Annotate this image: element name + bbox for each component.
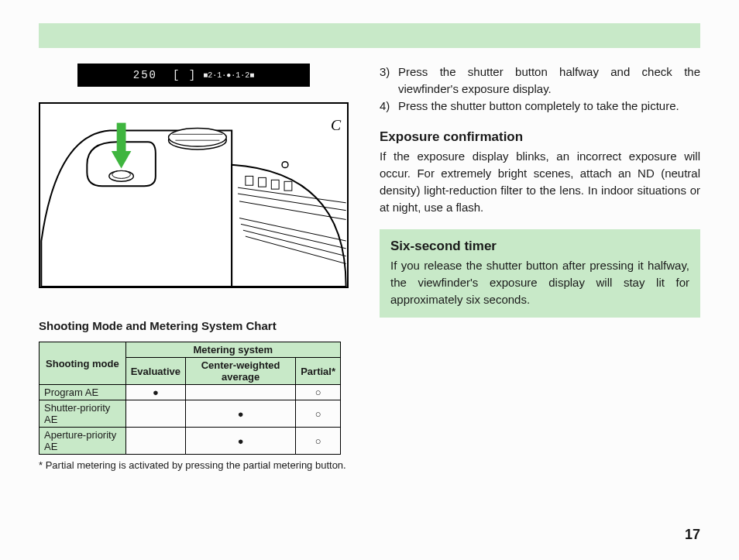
metering-chart-table: Shooting mode Metering system Evaluative… — [39, 342, 341, 455]
step-number: 4) — [380, 98, 398, 115]
step-text: Press the shutter button completely to t… — [398, 98, 700, 115]
chart-footnote: * Partial metering is activated by press… — [39, 459, 349, 472]
six-second-timer-block: Six-second timer If you release the shut… — [380, 229, 700, 317]
left-column: 250 [ ] ■2·1·●·1·2■ — [39, 64, 349, 472]
table-cell — [125, 400, 185, 428]
timer-body-text: If you release the shutter button after … — [390, 257, 689, 307]
lcd-aperture-value: [ ] — [173, 69, 197, 81]
svg-point-3 — [169, 128, 227, 146]
header-banner — [39, 23, 700, 48]
svg-rect-5 — [246, 176, 253, 185]
svg-rect-8 — [284, 181, 292, 191]
table-cell: ○ — [296, 428, 341, 455]
table-col-partial: Partial* — [296, 358, 341, 385]
right-column: 3) Press the shutter button halfway and … — [380, 64, 700, 472]
table-cell: ○ — [296, 400, 341, 428]
table-col-centerweighted: Center-weighted average — [185, 358, 295, 385]
list-item: 4) Press the shutter button completely t… — [380, 98, 700, 115]
camera-illustration: C — [39, 102, 349, 288]
table-cell: ● — [125, 385, 185, 400]
chart-title: Shooting Mode and Metering System Chart — [39, 319, 349, 332]
svg-rect-1 — [117, 123, 126, 153]
lcd-exposure-scale: ■2·1·●·1·2■ — [203, 71, 254, 80]
svg-point-0 — [112, 171, 131, 179]
table-row: Shutter-priority AE ● ○ — [40, 400, 341, 428]
step-text: Press the shutter button halfway and che… — [398, 64, 700, 98]
svg-rect-7 — [271, 180, 279, 189]
table-cell — [125, 428, 185, 455]
table-cell — [185, 385, 295, 400]
table-cell: ● — [185, 428, 295, 455]
svg-rect-6 — [259, 177, 266, 187]
timer-heading: Six-second timer — [390, 239, 689, 254]
step-list: 3) Press the shutter button halfway and … — [380, 64, 700, 114]
table-row: Program AE ● ○ — [40, 385, 341, 400]
table-header-metering: Metering system — [125, 342, 340, 358]
viewfinder-lcd-display: 250 [ ] ■2·1·●·1·2■ — [77, 64, 310, 87]
table-header-mode: Shooting mode — [40, 342, 126, 385]
exposure-heading: Exposure confirmation — [380, 129, 700, 145]
svg-point-4 — [282, 162, 288, 168]
camera-line-art: C — [40, 104, 347, 287]
page-number: 17 — [685, 527, 700, 543]
list-item: 3) Press the shutter button halfway and … — [380, 64, 700, 98]
table-cell: ○ — [296, 385, 341, 400]
exposure-body-text: If the exposure display blinks, an incor… — [380, 148, 700, 215]
table-row: Aperture-priority AE ● ○ — [40, 428, 341, 455]
table-mode-cell: Program AE — [40, 385, 126, 400]
lcd-shutter-value: 250 — [133, 69, 157, 81]
svg-text:C: C — [331, 116, 342, 133]
table-col-evaluative: Evaluative — [125, 358, 185, 385]
table-cell: ● — [185, 400, 295, 428]
step-number: 3) — [380, 64, 398, 98]
table-mode-cell: Shutter-priority AE — [40, 400, 126, 428]
table-mode-cell: Aperture-priority AE — [40, 428, 126, 455]
